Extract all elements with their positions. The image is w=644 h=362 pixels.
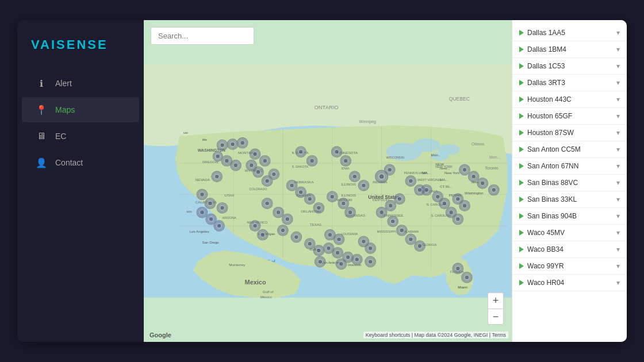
svg-text:Mexico: Mexico bbox=[245, 279, 266, 286]
svg-point-203 bbox=[462, 203, 467, 208]
svg-text:Los Angeles: Los Angeles bbox=[190, 229, 209, 233]
location-item[interactable]: Waco 99YR ▾ bbox=[512, 258, 627, 275]
svg-point-129 bbox=[281, 228, 285, 233]
svg-point-153 bbox=[330, 194, 335, 199]
location-item[interactable]: San Anton CC5M ▾ bbox=[512, 141, 627, 158]
svg-text:Mexico: Mexico bbox=[260, 295, 272, 299]
sidebar-item-maps[interactable]: 📍 Maps bbox=[22, 97, 139, 122]
svg-point-135 bbox=[316, 248, 321, 253]
svg-point-179 bbox=[462, 168, 467, 172]
content-area: Gulf of California bbox=[144, 20, 627, 342]
location-name: Dallas 1BM4 bbox=[527, 45, 566, 53]
chevron-down-icon: ▾ bbox=[616, 212, 620, 220]
location-item[interactable]: Houston 443C ▾ bbox=[512, 91, 627, 108]
map-search-container bbox=[151, 27, 254, 45]
svg-point-99 bbox=[253, 152, 258, 156]
svg-point-131 bbox=[294, 235, 298, 240]
svg-point-87 bbox=[231, 142, 235, 147]
svg-point-227 bbox=[455, 266, 460, 271]
location-item[interactable]: Dallas 3RT3 ▾ bbox=[512, 75, 627, 91]
zoom-out-button[interactable]: − bbox=[488, 309, 504, 325]
zoom-controls: + − bbox=[488, 292, 504, 325]
svg-text:MA...: MA... bbox=[422, 171, 431, 175]
svg-text:Gulf of: Gulf of bbox=[263, 290, 274, 294]
svg-text:sco: sco bbox=[186, 209, 192, 213]
chevron-down-icon: ▾ bbox=[616, 229, 620, 237]
sidebar-item-alert[interactable]: ℹ Alert bbox=[22, 71, 139, 96]
svg-point-103 bbox=[256, 170, 260, 174]
svg-text:NEW: NEW bbox=[435, 162, 444, 166]
location-item[interactable]: Waco HR04 ▾ bbox=[512, 275, 627, 291]
svg-text:S. DAKOTA: S. DAKOTA bbox=[292, 165, 309, 168]
location-item[interactable]: San Binas 88VC ▾ bbox=[512, 175, 627, 191]
svg-point-123 bbox=[265, 201, 270, 206]
map-attribution: Keyboard shortcuts | Map data ©2024 Goog… bbox=[363, 332, 508, 338]
svg-point-157 bbox=[348, 210, 352, 215]
svg-point-107 bbox=[271, 172, 276, 176]
svg-text:Mon...: Mon... bbox=[489, 155, 501, 159]
maps-icon: 📍 bbox=[36, 104, 47, 115]
play-icon bbox=[519, 280, 524, 286]
location-name: San Anton CC5M bbox=[527, 145, 581, 153]
location-left: San Anton 67NN bbox=[519, 162, 578, 170]
play-icon bbox=[519, 263, 524, 269]
chevron-down-icon: ▾ bbox=[616, 29, 620, 37]
chevron-down-icon: ▾ bbox=[616, 112, 620, 120]
sidebar-item-ec[interactable]: 🖥 EC bbox=[22, 124, 139, 149]
svg-point-145 bbox=[335, 149, 339, 154]
location-item[interactable]: San Binas 33KL ▾ bbox=[512, 191, 627, 208]
svg-text:Washington: Washington bbox=[465, 191, 484, 195]
location-name: Waco BB34 bbox=[527, 245, 564, 253]
play-icon bbox=[519, 130, 524, 136]
location-item[interactable]: Waco 45MV ▾ bbox=[512, 225, 627, 241]
svg-point-189 bbox=[335, 251, 340, 255]
zoom-in-button[interactable]: + bbox=[488, 292, 504, 309]
location-name: Waco 45MV bbox=[527, 229, 565, 237]
svg-point-163 bbox=[400, 228, 404, 233]
location-item[interactable]: Houston 87SW ▾ bbox=[512, 125, 627, 141]
location-name: Waco 99YR bbox=[527, 262, 564, 270]
svg-point-93 bbox=[224, 159, 229, 163]
svg-text:QUEBEC: QUEBEC bbox=[449, 96, 470, 102]
sidebar-item-contact[interactable]: 👤 Contact bbox=[22, 150, 139, 175]
map-container: Gulf of California bbox=[144, 20, 512, 342]
svg-point-113 bbox=[200, 210, 205, 215]
svg-point-137 bbox=[253, 224, 258, 228]
logo: VAISENSE bbox=[17, 32, 144, 70]
location-name: Houston 65GF bbox=[527, 112, 572, 120]
location-name: San Anton 67NN bbox=[527, 162, 578, 170]
location-item[interactable]: Dallas 1C53 ▾ bbox=[512, 58, 627, 75]
location-item[interactable]: Waco BB34 ▾ bbox=[512, 241, 627, 258]
location-item[interactable]: San Binas 904B ▾ bbox=[512, 208, 627, 225]
svg-point-191 bbox=[346, 255, 350, 260]
main-content: Gulf of California bbox=[144, 20, 627, 342]
location-item[interactable]: San Anton 67NN ▾ bbox=[512, 158, 627, 175]
location-item[interactable]: Houston 65GF ▾ bbox=[512, 108, 627, 125]
location-item[interactable]: Dallas 1AA5 ▾ bbox=[512, 25, 627, 41]
location-left: Houston 65GF bbox=[519, 112, 572, 120]
svg-point-147 bbox=[343, 159, 348, 163]
svg-text:ILLINOIS: ILLINOIS bbox=[341, 193, 356, 197]
sidebar: VAISENSE ℹ Alert 📍 Maps 🖥 EC 👤 Contact bbox=[17, 20, 144, 342]
svg-point-197 bbox=[339, 261, 344, 266]
play-icon bbox=[519, 230, 524, 236]
sidebar-item-label: EC bbox=[55, 132, 66, 141]
svg-point-165 bbox=[408, 237, 413, 242]
svg-point-151 bbox=[362, 183, 366, 188]
location-item[interactable]: Dallas 1BM4 ▾ bbox=[512, 41, 627, 58]
svg-point-101 bbox=[263, 159, 267, 163]
play-icon bbox=[519, 47, 524, 52]
play-icon bbox=[519, 97, 524, 102]
nav-list: ℹ Alert 📍 Maps 🖥 EC 👤 Contact bbox=[17, 70, 144, 176]
play-icon bbox=[519, 63, 524, 69]
location-left: Waco BB34 bbox=[519, 245, 564, 253]
chevron-down-icon: ▾ bbox=[616, 195, 620, 203]
chevron-down-icon: ▾ bbox=[616, 79, 620, 87]
svg-point-91 bbox=[216, 154, 220, 159]
google-logo: Google bbox=[150, 332, 171, 338]
svg-text:LOUISIANA: LOUISIANA bbox=[341, 232, 358, 236]
svg-text:Toronto: Toronto bbox=[485, 166, 498, 170]
play-icon bbox=[519, 197, 524, 202]
search-input[interactable] bbox=[151, 27, 254, 45]
play-icon bbox=[519, 180, 524, 186]
